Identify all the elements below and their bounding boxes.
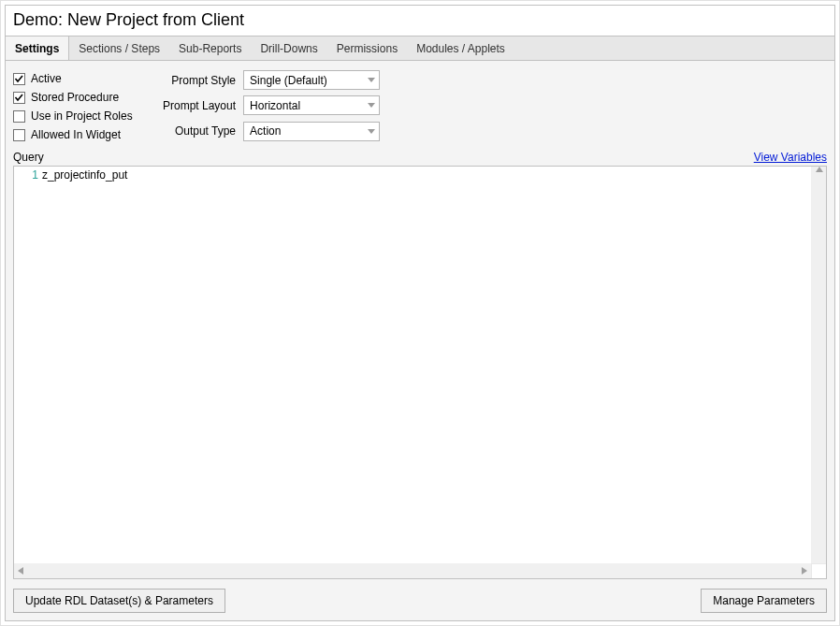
editor-content[interactable]: 1 z_projectinfo_put bbox=[14, 167, 826, 578]
scroll-up-arrow-icon bbox=[816, 167, 823, 172]
output-type-value: Action bbox=[250, 124, 281, 138]
stored-procedure-checkbox[interactable] bbox=[13, 92, 25, 104]
chevron-down-icon bbox=[368, 78, 375, 82]
prompt-style-value: Single (Default) bbox=[250, 74, 327, 87]
tab-sections-steps[interactable]: Sections / Steps bbox=[69, 36, 169, 60]
tab-sub-reports[interactable]: Sub-Reports bbox=[169, 36, 251, 60]
line-number: 1 bbox=[18, 168, 42, 576]
checkbox-row-allowed-in-widget: Allowed In Widget bbox=[13, 128, 163, 141]
prompt-layout-value: Horizontal bbox=[250, 99, 300, 112]
page-title: Demo: New Project from Client bbox=[13, 10, 244, 29]
output-type-select[interactable]: Action bbox=[243, 122, 380, 141]
allowed-in-widget-label: Allowed In Widget bbox=[31, 128, 121, 141]
update-rdl-button[interactable]: Update RDL Dataset(s) & Parameters bbox=[13, 589, 225, 613]
tab-modules-applets[interactable]: Modules / Applets bbox=[407, 36, 514, 60]
scroll-right-arrow-icon bbox=[802, 567, 807, 575]
form-row: Active Stored Procedure Use in Project R… bbox=[13, 68, 827, 141]
query-label: Query bbox=[13, 151, 44, 164]
use-in-project-roles-checkbox[interactable] bbox=[13, 110, 25, 123]
view-variables-link[interactable]: View Variables bbox=[754, 151, 827, 164]
checkbox-row-active: Active bbox=[13, 72, 163, 85]
prompt-style-label: Prompt Style bbox=[163, 74, 236, 87]
manage-parameters-button[interactable]: Manage Parameters bbox=[701, 589, 827, 613]
active-label: Active bbox=[31, 72, 62, 85]
prompt-style-select[interactable]: Single (Default) bbox=[243, 70, 380, 90]
scroll-left-arrow-icon bbox=[18, 567, 23, 575]
scroll-corner bbox=[811, 563, 826, 578]
query-editor[interactable]: 1 z_projectinfo_put bbox=[13, 166, 827, 579]
vertical-scrollbar[interactable] bbox=[811, 167, 826, 563]
output-type-label: Output Type bbox=[163, 124, 236, 138]
checkbox-row-use-in-project-roles: Use in Project Roles bbox=[13, 109, 163, 123]
stored-procedure-label: Stored Procedure bbox=[31, 91, 119, 104]
query-header: Query View Variables bbox=[13, 151, 827, 164]
active-checkbox[interactable] bbox=[13, 73, 25, 85]
chevron-down-icon bbox=[368, 129, 375, 134]
prompt-layout-label: Prompt Layout bbox=[163, 99, 236, 112]
settings-panel: Active Stored Procedure Use in Project R… bbox=[5, 61, 835, 621]
checkbox-column: Active Stored Procedure Use in Project R… bbox=[13, 68, 163, 141]
query-code[interactable]: z_projectinfo_put bbox=[42, 168, 822, 576]
allowed-in-widget-checkbox[interactable] bbox=[13, 129, 25, 141]
chevron-down-icon bbox=[368, 103, 375, 108]
selects-column: Prompt Style Single (Default) Prompt Lay… bbox=[163, 68, 380, 141]
footer: Update RDL Dataset(s) & Parameters Manag… bbox=[13, 589, 827, 613]
checkbox-row-stored-procedure: Stored Procedure bbox=[13, 91, 163, 104]
tab-permissions[interactable]: Permissions bbox=[327, 36, 407, 60]
title-box: Demo: New Project from Client bbox=[5, 5, 835, 36]
tab-drill-downs[interactable]: Drill-Downs bbox=[251, 36, 326, 60]
prompt-layout-select[interactable]: Horizontal bbox=[243, 95, 380, 115]
tab-settings[interactable]: Settings bbox=[6, 36, 69, 60]
use-in-project-roles-label: Use in Project Roles bbox=[31, 109, 133, 123]
tabbar: Settings Sections / Steps Sub-Reports Dr… bbox=[5, 36, 835, 61]
horizontal-scrollbar[interactable] bbox=[14, 563, 811, 578]
